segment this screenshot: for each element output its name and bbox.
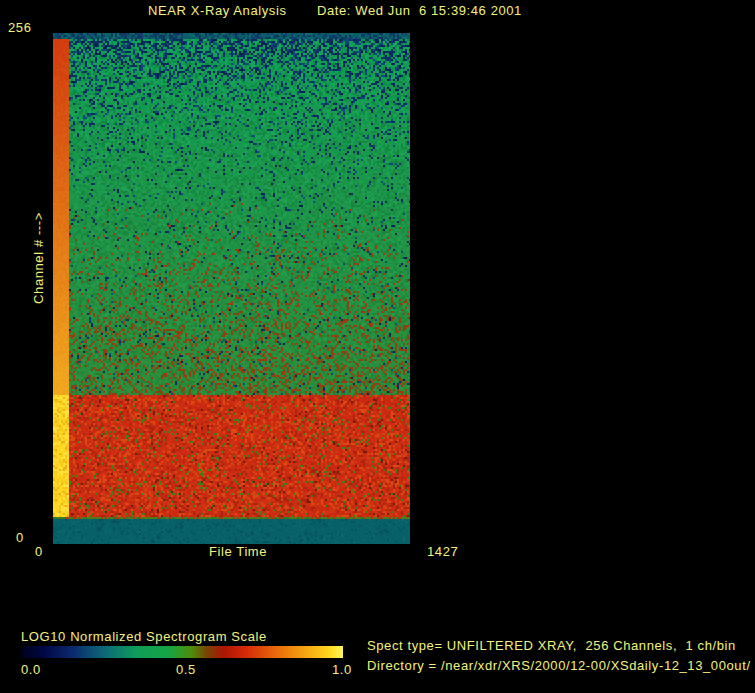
- page-title: NEAR X-Ray Analysis: [148, 4, 287, 18]
- colorbar-tick-mid: 0.5: [176, 663, 196, 677]
- spectrogram-plot: [53, 33, 410, 544]
- x-axis-max-tick: 1427: [427, 545, 458, 559]
- colorbar-tick-high: 1.0: [332, 663, 352, 677]
- y-axis-title: Channel # --->: [32, 183, 46, 333]
- y-axis-max-tick: 256: [8, 21, 32, 35]
- colorbar-tick-low: 0.0: [21, 663, 41, 677]
- colorbar-gradient: [21, 646, 343, 658]
- directory-info: Directory = /near/xdr/XRS/2000/12-00/XSd…: [367, 659, 751, 673]
- app-window: NEAR X-Ray Analysis Date: Wed Jun 6 15:3…: [0, 0, 755, 693]
- colorbar-title: LOG10 Normalized Spectrogram Scale: [21, 630, 267, 644]
- y-axis-min-tick: 0: [16, 531, 24, 545]
- x-axis-min-tick: 0: [35, 545, 43, 559]
- date-label: Date: Wed Jun 6 15:39:46 2001: [317, 4, 522, 18]
- spect-type-info: Spect type= UNFILTERED XRAY, 256 Channel…: [367, 639, 736, 653]
- x-axis-title: File Time: [209, 545, 267, 559]
